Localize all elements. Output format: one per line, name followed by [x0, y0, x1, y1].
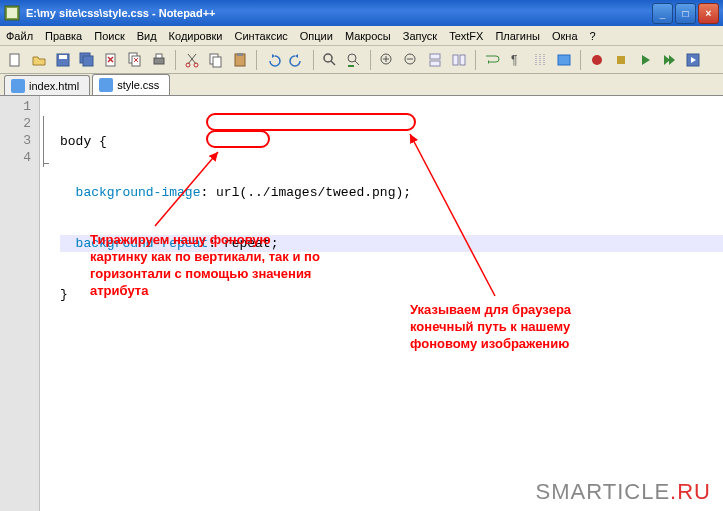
menu-options[interactable]: Опции — [294, 28, 339, 44]
sync-h-button[interactable] — [448, 49, 470, 71]
tab-label: index.html — [29, 80, 79, 92]
tab-style-css[interactable]: style.css — [92, 74, 170, 95]
svg-line-32 — [410, 134, 495, 296]
play-macro-button[interactable] — [634, 49, 656, 71]
svg-rect-15 — [213, 57, 221, 67]
svg-rect-27 — [558, 55, 570, 65]
tab-bar: index.html style.css — [0, 74, 723, 96]
app-icon — [4, 5, 20, 21]
maximize-button[interactable]: □ — [675, 3, 696, 24]
open-file-button[interactable] — [28, 49, 50, 71]
menu-textfx[interactable]: TextFX — [443, 28, 489, 44]
file-icon — [11, 79, 25, 93]
svg-rect-17 — [237, 53, 243, 56]
cut-button[interactable] — [181, 49, 203, 71]
annotation-circle-repeat — [206, 130, 270, 148]
svg-point-28 — [592, 55, 602, 65]
undo-button[interactable] — [262, 49, 284, 71]
record-macro-button[interactable] — [586, 49, 608, 71]
line-number: 3 — [0, 133, 39, 150]
svg-rect-1 — [7, 8, 17, 18]
replace-button[interactable] — [343, 49, 365, 71]
new-file-button[interactable] — [4, 49, 26, 71]
save-all-button[interactable] — [76, 49, 98, 71]
menu-run[interactable]: Запуск — [397, 28, 443, 44]
annotation-circle-url — [206, 113, 416, 131]
svg-rect-24 — [453, 55, 458, 65]
svg-rect-9 — [132, 56, 140, 66]
svg-rect-2 — [10, 54, 19, 66]
svg-point-19 — [348, 54, 356, 62]
css-property: background-image — [76, 185, 201, 200]
close-all-button[interactable] — [124, 49, 146, 71]
menu-bar: Файл Правка Поиск Вид Кодировки Синтакси… — [0, 26, 723, 46]
toolbar: ¶ — [0, 46, 723, 74]
menu-macros[interactable]: Макросы — [339, 28, 397, 44]
tab-index-html[interactable]: index.html — [4, 75, 90, 95]
lang-button[interactable] — [553, 49, 575, 71]
svg-rect-10 — [154, 58, 164, 64]
menu-help[interactable]: ? — [584, 28, 602, 44]
copy-button[interactable] — [205, 49, 227, 71]
play-multi-button[interactable] — [658, 49, 680, 71]
print-button[interactable] — [148, 49, 170, 71]
line-number: 4 — [0, 150, 39, 167]
editor-area[interactable]: 1 2 3 4 body { background-image: url(../… — [0, 96, 723, 511]
annotation-text-right: Указываем для браузера конечный путь к н… — [410, 301, 640, 352]
line-number-gutter: 1 2 3 4 — [0, 96, 40, 511]
code-content[interactable]: body { background-image: url(../images/t… — [40, 96, 723, 511]
line-number: 2 — [0, 116, 39, 133]
annotation-text-left: Тиражируем нашу фоновую картинку как по … — [90, 231, 370, 299]
svg-rect-22 — [430, 54, 440, 59]
svg-rect-23 — [430, 61, 440, 66]
menu-encoding[interactable]: Кодировки — [163, 28, 229, 44]
file-icon — [99, 78, 113, 92]
indent-guide-button[interactable] — [529, 49, 551, 71]
menu-search[interactable]: Поиск — [88, 28, 130, 44]
menu-syntax[interactable]: Синтаксис — [229, 28, 294, 44]
save-macro-button[interactable] — [682, 49, 704, 71]
paste-button[interactable] — [229, 49, 251, 71]
svg-rect-11 — [156, 54, 162, 58]
menu-windows[interactable]: Окна — [546, 28, 584, 44]
titlebar: E:\my site\css\style.css - Notepad++ _ □… — [0, 0, 723, 26]
sync-v-button[interactable] — [424, 49, 446, 71]
minimize-button[interactable]: _ — [652, 3, 673, 24]
svg-rect-6 — [83, 56, 93, 66]
line-number: 1 — [0, 99, 39, 116]
css-value: url(../images/tweed.png) — [216, 185, 403, 200]
stop-macro-button[interactable] — [610, 49, 632, 71]
tab-label: style.css — [117, 79, 159, 91]
redo-button[interactable] — [286, 49, 308, 71]
save-button[interactable] — [52, 49, 74, 71]
menu-view[interactable]: Вид — [131, 28, 163, 44]
svg-rect-25 — [460, 55, 465, 65]
menu-file[interactable]: Файл — [0, 28, 39, 44]
zoom-in-button[interactable] — [376, 49, 398, 71]
svg-rect-29 — [617, 56, 625, 64]
close-file-button[interactable] — [100, 49, 122, 71]
menu-edit[interactable]: Правка — [39, 28, 88, 44]
css-selector: body — [60, 134, 91, 149]
svg-point-18 — [324, 54, 332, 62]
wrap-button[interactable] — [481, 49, 503, 71]
menu-plugins[interactable]: Плагины — [489, 28, 546, 44]
watermark: SMARTICLE.RU — [536, 479, 711, 505]
zoom-out-button[interactable] — [400, 49, 422, 71]
svg-text:¶: ¶ — [511, 53, 517, 67]
window-title: E:\my site\css\style.css - Notepad++ — [26, 7, 650, 19]
find-button[interactable] — [319, 49, 341, 71]
close-button[interactable]: × — [698, 3, 719, 24]
invisible-chars-button[interactable]: ¶ — [505, 49, 527, 71]
svg-rect-4 — [59, 55, 67, 59]
